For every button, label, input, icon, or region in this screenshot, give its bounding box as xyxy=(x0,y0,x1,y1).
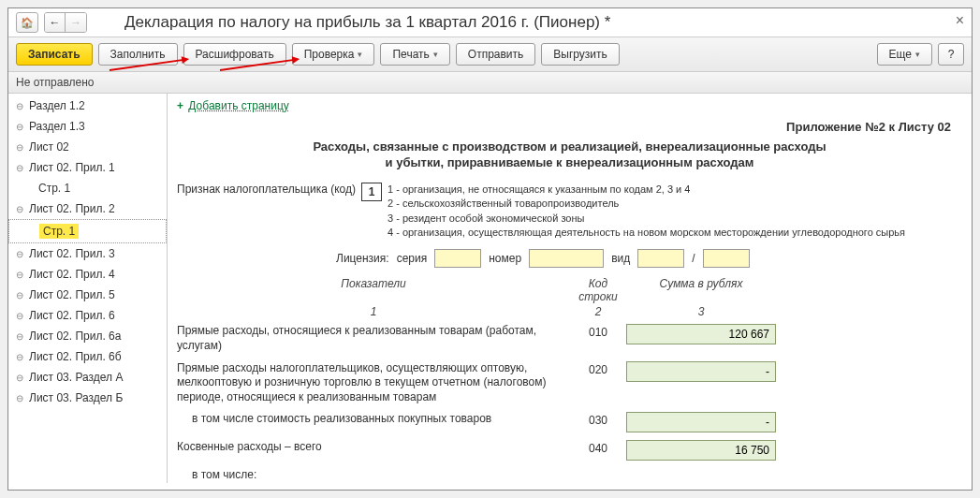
sidebar-item-label: Лист 02. Прил. 3 xyxy=(29,247,115,260)
decode-button[interactable]: Расшифровать xyxy=(183,43,286,66)
row-description: в том числе: xyxy=(177,468,570,483)
more-button[interactable]: Еще▾ xyxy=(877,43,932,66)
sidebar-item[interactable]: ⊖Лист 03. Раздел Б xyxy=(8,388,167,408)
row-value-input[interactable] xyxy=(626,361,776,382)
license-series-input[interactable] xyxy=(434,249,481,268)
row-value-input[interactable] xyxy=(626,412,776,432)
back-button[interactable]: ← xyxy=(45,13,66,32)
sidebar-item-label: Лист 02. Прил. 4 xyxy=(29,268,115,281)
sidebar-item[interactable]: ⊖Лист 02. Прил. 5 xyxy=(8,285,167,305)
data-row: Прямые расходы, относящиеся к реализован… xyxy=(177,324,962,353)
row-code: 040 xyxy=(570,440,626,455)
main-content[interactable]: + Добавить страницу Приложение №2 к Лист… xyxy=(168,94,972,483)
row-code: 010 xyxy=(570,324,626,339)
row-value-cell xyxy=(626,412,776,432)
sidebar-item[interactable]: ⊖Лист 02. Прил. 1 xyxy=(8,157,167,178)
sidebar-item[interactable]: ⊖Лист 02. Прил. 6б xyxy=(8,346,167,367)
sidebar-item[interactable]: ⊖Раздел 1.3 xyxy=(8,116,167,137)
chevron-down-icon: ▾ xyxy=(358,50,362,59)
sidebar-item-label: Лист 03. Раздел А xyxy=(29,371,123,384)
sidebar-item[interactable]: ⊖Лист 02. Прил. 4 xyxy=(8,264,167,285)
send-button[interactable]: Отправить xyxy=(456,43,536,66)
print-button[interactable]: Печать▾ xyxy=(380,43,449,66)
tree-marker-icon: ⊖ xyxy=(16,249,25,259)
sidebar-item-label: Лист 02. Прил. 6б xyxy=(29,350,122,363)
check-button[interactable]: Проверка▾ xyxy=(292,43,375,66)
close-icon[interactable]: × xyxy=(956,12,964,29)
nav-group: ← → xyxy=(44,12,87,33)
upload-button[interactable]: Выгрузить xyxy=(541,43,620,66)
sidebar-item[interactable]: ⊖Лист 02 xyxy=(8,137,167,157)
document-title: Расходы, связанные с производством и реа… xyxy=(196,139,943,171)
tree-marker-icon: ⊖ xyxy=(16,373,25,383)
write-button[interactable]: Записать xyxy=(16,43,93,66)
status-bar: Не отправлено xyxy=(8,72,972,94)
tree-marker-icon: ⊖ xyxy=(16,204,25,214)
row-description: Косвенные расходы – всего xyxy=(177,440,570,455)
sidebar-item[interactable]: ⊖Лист 02. Прил. 6 xyxy=(8,305,167,326)
row-value-cell xyxy=(626,440,776,461)
license-number-input[interactable] xyxy=(529,249,604,268)
taxpayer-code-box[interactable]: 1 xyxy=(361,183,382,201)
row-description: Прямые расходы, относящиеся к реализован… xyxy=(177,324,570,353)
sidebar-item[interactable]: ⊖Раздел 1.2 xyxy=(8,95,167,116)
sidebar-item-label: Раздел 1.2 xyxy=(29,99,85,112)
sidebar-item[interactable]: ⊖Лист 03. Раздел А xyxy=(8,367,167,388)
sidebar-item-label: Лист 03. Раздел Б xyxy=(29,391,123,404)
app-window: 🏠 ← → Декларация по налогу на прибыль за… xyxy=(7,7,973,491)
tree-marker-icon: ⊖ xyxy=(16,352,25,362)
help-button[interactable]: ? xyxy=(938,43,964,66)
sidebar-item-label: Лист 02. Прил. 5 xyxy=(29,288,115,301)
toolbar: Записать Заполнить Расшифровать Проверка… xyxy=(8,37,972,72)
body: ⊖Раздел 1.2⊖Раздел 1.3⊖Лист 02⊖Лист 02. … xyxy=(8,94,972,483)
row-value-input[interactable] xyxy=(626,324,776,344)
sidebar-item[interactable]: ⊖Лист 02. Прил. 2 xyxy=(8,198,167,219)
row-description: в том числе стоимость реализованных поку… xyxy=(177,412,570,427)
sidebar-item[interactable]: ⊖Лист 02. Прил. 6а xyxy=(8,326,167,346)
add-page-link[interactable]: Добавить страницу xyxy=(188,99,288,112)
sidebar[interactable]: ⊖Раздел 1.2⊖Раздел 1.3⊖Лист 02⊖Лист 02. … xyxy=(8,94,168,483)
sidebar-item-label: Лист 02. Прил. 6 xyxy=(29,309,115,322)
license-row: Лицензия: серия номер вид / xyxy=(336,249,962,268)
titlebar: 🏠 ← → Декларация по налогу на прибыль за… xyxy=(8,8,972,37)
tree-marker-icon: ⊖ xyxy=(16,142,25,153)
taxpayer-hints: 1 - организация, не относящаяся к указан… xyxy=(388,183,905,241)
tree-marker-icon: ⊖ xyxy=(16,290,25,300)
sidebar-item-label: Лист 02 xyxy=(29,140,69,154)
sidebar-item-label: Стр. 1 xyxy=(39,224,79,239)
sidebar-item-label: Раздел 1.3 xyxy=(29,120,85,133)
tree-marker-icon: ⊖ xyxy=(16,270,25,280)
tree-marker-icon: ⊖ xyxy=(16,331,25,342)
fill-button[interactable]: Заполнить xyxy=(98,43,178,66)
row-description: Прямые расходы налогоплательщиков, осуще… xyxy=(177,361,570,405)
column-headers: Показатели Код строки Сумма в рублях xyxy=(177,277,962,303)
row-code: 020 xyxy=(570,361,626,376)
home-button[interactable]: 🏠 xyxy=(16,12,38,33)
data-row: в том числе стоимость реализованных поку… xyxy=(177,412,962,432)
row-code xyxy=(570,468,626,470)
taxpayer-label: Признак налогоплательщика (код) xyxy=(177,183,356,196)
license-extra-input[interactable] xyxy=(703,249,750,268)
sidebar-item[interactable]: Стр. 1 xyxy=(8,178,167,198)
data-row: Прямые расходы налогоплательщиков, осуще… xyxy=(177,361,962,405)
tree-marker-icon: ⊖ xyxy=(16,311,25,321)
data-row: в том числе: xyxy=(177,468,962,483)
sidebar-item[interactable]: ⊖Лист 02. Прил. 3 xyxy=(8,243,167,264)
taxpayer-row: Признак налогоплательщика (код) 1 1 - ор… xyxy=(177,183,962,241)
row-value-input[interactable] xyxy=(626,440,776,461)
license-type-input[interactable] xyxy=(637,249,684,268)
plus-icon: + xyxy=(177,99,183,112)
sidebar-item-label: Стр. 1 xyxy=(38,182,70,195)
tree-marker-icon: ⊖ xyxy=(16,122,25,132)
forward-button[interactable]: → xyxy=(66,13,86,32)
page-title: Декларация по налогу на прибыль за 1 ква… xyxy=(124,13,964,32)
row-value-cell xyxy=(626,361,776,382)
row-code: 030 xyxy=(570,412,626,427)
sidebar-item[interactable]: Стр. 1 xyxy=(8,219,167,243)
sidebar-item-label: Лист 02. Прил. 6а xyxy=(29,330,121,343)
sidebar-item-label: Лист 02. Прил. 1 xyxy=(29,161,115,174)
data-rows: Прямые расходы, относящиеся к реализован… xyxy=(177,324,962,483)
tree-marker-icon: ⊖ xyxy=(16,101,25,111)
tree-marker-icon: ⊖ xyxy=(16,393,25,403)
appendix-title: Приложение №2 к Листу 02 xyxy=(177,120,951,134)
